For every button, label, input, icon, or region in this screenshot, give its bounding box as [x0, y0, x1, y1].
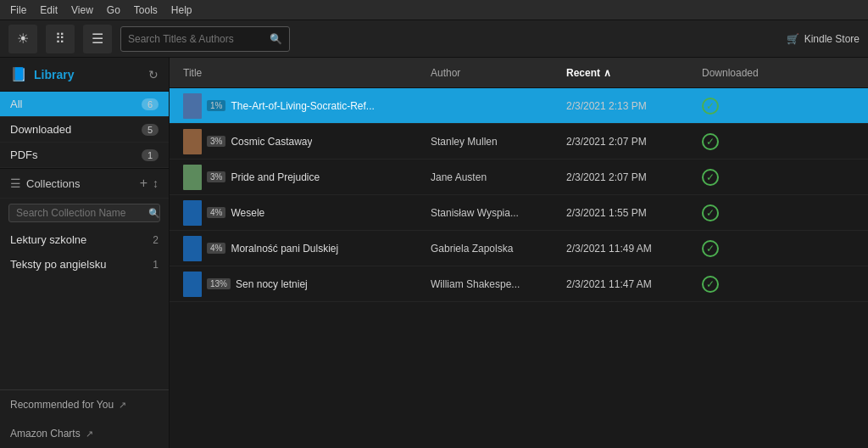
- collection-teksty-label: Teksty po angielsku: [10, 258, 153, 271]
- book-title-0: The-Art-of-Living-Socratic-Ref...: [231, 100, 374, 112]
- add-collection-icon[interactable]: +: [140, 176, 147, 191]
- cell-downloaded-4: ✓: [702, 240, 861, 257]
- collection-lektury-count: 2: [153, 234, 159, 246]
- downloaded-check-icon: ✓: [702, 204, 719, 221]
- collection-lektury-label: Lektury szkolne: [10, 233, 153, 246]
- cell-downloaded-2: ✓: [702, 169, 861, 186]
- book-title-5: Sen nocy letniej: [236, 278, 308, 290]
- col-downloaded-header: Downloaded: [702, 67, 861, 79]
- sort-icon: ∧: [604, 67, 611, 79]
- cell-downloaded-3: ✓: [702, 204, 861, 221]
- collections-title: Collections: [26, 177, 135, 190]
- search-collection-input[interactable]: [16, 207, 143, 219]
- sidebar-item-pdfs[interactable]: PDFs 1: [0, 143, 169, 168]
- menu-bar: File Edit View Go Tools Help: [0, 0, 868, 20]
- content-area: Title Author Recent ∧ Downloaded 1% The-…: [170, 58, 868, 448]
- refresh-icon[interactable]: ↻: [148, 68, 159, 81]
- sidebar-item-all[interactable]: All 6: [0, 92, 169, 117]
- book-cover-4: [183, 236, 202, 261]
- sidebar-item-all-count: 6: [142, 98, 159, 110]
- sidebar-footer: Recommended for You ↗ Amazon Charts ↗: [0, 389, 169, 448]
- collection-lektury[interactable]: Lektury szkolne 2: [0, 227, 169, 252]
- downloaded-check-icon: ✓: [702, 133, 719, 150]
- progress-badge-1: 3%: [207, 136, 225, 147]
- book-title-4: Moralność pani Dulskiej: [231, 243, 338, 255]
- sidebar: 📘 Library ↻ All 6 Downloaded 5 PDFs 1 ☰ …: [0, 58, 170, 448]
- cell-title-1: 3% Cosmic Castaway: [176, 129, 431, 154]
- col-recent-header[interactable]: Recent ∧: [566, 67, 702, 79]
- menu-icon: ☰: [92, 31, 103, 47]
- search-box[interactable]: 🔍: [120, 26, 290, 52]
- kindle-store-link[interactable]: 🛒 Kindle Store: [787, 33, 860, 45]
- grid-button[interactable]: ⠿: [46, 25, 75, 53]
- progress-badge-2: 3%: [207, 171, 225, 182]
- cell-downloaded-0: ✓: [702, 98, 861, 115]
- menu-tools[interactable]: Tools: [127, 0, 164, 20]
- book-title-2: Pride and Prejudice: [231, 171, 320, 183]
- brightness-icon: ☀: [17, 31, 29, 47]
- progress-badge-3: 4%: [207, 207, 225, 218]
- menu-file[interactable]: File: [3, 0, 33, 20]
- library-title: Library: [34, 68, 142, 81]
- recent-label: Recent: [566, 67, 600, 79]
- recommended-label: Recommended for You: [10, 399, 114, 411]
- downloaded-check-icon: ✓: [702, 98, 719, 115]
- col-author-header: Author: [431, 67, 566, 79]
- search-collection-box[interactable]: 🔍: [8, 204, 160, 222]
- book-cover-5: [183, 272, 202, 297]
- menu-help[interactable]: Help: [164, 0, 199, 20]
- kindle-store-label: Kindle Store: [804, 33, 860, 45]
- toolbar: ☀ ⠿ ☰ 🔍 🛒 Kindle Store: [0, 20, 868, 58]
- progress-badge-0: 1%: [207, 100, 225, 111]
- amazon-charts-link[interactable]: Amazon Charts ↗: [0, 419, 169, 448]
- book-cover-1: [183, 129, 202, 154]
- progress-badge-4: 4%: [207, 243, 225, 254]
- cell-recent-0: 2/3/2021 2:13 PM: [566, 100, 702, 112]
- cell-title-5: 13% Sen nocy letniej: [176, 272, 431, 297]
- table-row[interactable]: 13% Sen nocy letniej William Shakespe...…: [170, 266, 868, 302]
- recommended-for-you-link[interactable]: Recommended for You ↗: [0, 390, 169, 419]
- cell-downloaded-5: ✓: [702, 276, 861, 293]
- book-title-3: Wesele: [231, 207, 264, 219]
- book-title-1: Cosmic Castaway: [231, 136, 312, 148]
- sidebar-item-all-label: All: [10, 98, 142, 110]
- grid-icon: ⠿: [55, 31, 65, 47]
- table-row[interactable]: 1% The-Art-of-Living-Socratic-Ref... 2/3…: [170, 88, 868, 124]
- sidebar-item-downloaded-label: Downloaded: [10, 123, 142, 136]
- sidebar-item-pdfs-label: PDFs: [10, 148, 142, 161]
- cell-recent-5: 2/3/2021 11:47 AM: [566, 278, 702, 290]
- book-cover-2: [183, 165, 202, 190]
- table-row[interactable]: 4% Wesele Stanisław Wyspia... 2/3/2021 1…: [170, 195, 868, 231]
- menu-button[interactable]: ☰: [83, 25, 112, 53]
- sidebar-item-downloaded-count: 5: [142, 124, 159, 136]
- cell-recent-3: 2/3/2021 1:55 PM: [566, 207, 702, 219]
- col-title-header: Title: [176, 67, 431, 79]
- book-cover-0: [183, 93, 202, 119]
- table-row[interactable]: 3% Pride and Prejudice Jane Austen 2/3/2…: [170, 160, 868, 195]
- sidebar-item-downloaded[interactable]: Downloaded 5: [0, 117, 169, 143]
- search-input[interactable]: [128, 33, 264, 45]
- main-layout: 📘 Library ↻ All 6 Downloaded 5 PDFs 1 ☰ …: [0, 58, 868, 448]
- sidebar-item-pdfs-count: 1: [142, 149, 159, 161]
- amazon-charts-arrow-icon: ↗: [86, 428, 93, 440]
- menu-go[interactable]: Go: [100, 0, 127, 20]
- cell-recent-2: 2/3/2021 2:07 PM: [566, 171, 702, 183]
- menu-view[interactable]: View: [64, 0, 100, 20]
- amazon-charts-label: Amazon Charts: [10, 428, 81, 440]
- table-row[interactable]: 3% Cosmic Castaway Stanley Mullen 2/3/20…: [170, 124, 868, 160]
- collection-search-icon: 🔍: [148, 208, 160, 219]
- menu-edit[interactable]: Edit: [33, 0, 64, 20]
- cell-author-2: Jane Austen: [431, 171, 566, 183]
- sidebar-nav: All 6 Downloaded 5 PDFs 1 ☰ Collections …: [0, 92, 169, 389]
- cell-title-4: 4% Moralność pani Dulskiej: [176, 236, 431, 261]
- sort-collections-icon[interactable]: ↕: [153, 176, 159, 190]
- brightness-button[interactable]: ☀: [8, 25, 37, 53]
- book-cover-3: [183, 200, 202, 226]
- sidebar-header: 📘 Library ↻: [0, 58, 169, 92]
- list-icon: ☰: [10, 176, 21, 190]
- table-row[interactable]: 4% Moralność pani Dulskiej Gabriela Zapo…: [170, 231, 868, 266]
- collection-teksty-count: 1: [153, 259, 159, 271]
- cell-author-4: Gabriela Zapolska: [431, 243, 566, 255]
- cell-author-5: William Shakespe...: [431, 278, 566, 290]
- collection-teksty[interactable]: Teksty po angielsku 1: [0, 252, 169, 277]
